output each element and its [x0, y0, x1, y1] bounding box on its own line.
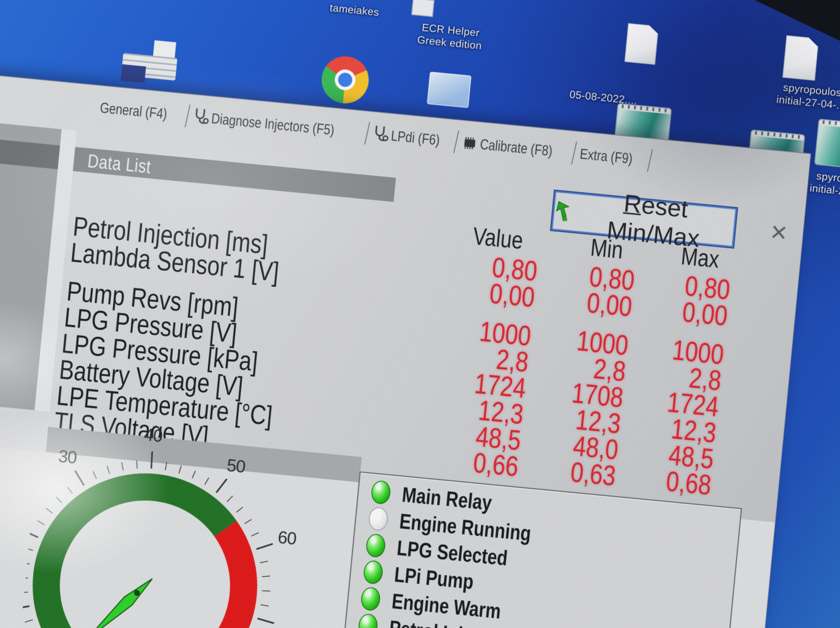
led-indicator: [363, 560, 384, 585]
tab-lpdi-label: LPdi (F6): [390, 127, 441, 148]
tab-general-label: General (F4): [99, 99, 168, 122]
stethoscope-icon: [372, 124, 390, 145]
svg-text:40: 40: [143, 425, 163, 445]
printer-icon[interactable]: [121, 38, 179, 86]
chip-icon: [461, 133, 478, 153]
row-value: 0,66: [447, 444, 520, 483]
tab-separator: [185, 105, 191, 127]
tab-calibrate[interactable]: Calibrate (F8): [461, 133, 569, 162]
row-min: 0,63: [545, 453, 617, 492]
tab-separator: [647, 149, 653, 172]
tab-general[interactable]: General (F4): [99, 99, 183, 124]
photographed-screen: tameiakes ECR Helper Greek edition 05-08…: [0, 0, 840, 628]
diagnostic-app-window: General (F4) Diagnose Injectors (F5) LPd…: [0, 71, 811, 628]
reset-label-mnemonic: R: [622, 189, 643, 219]
reset-minmax-button[interactable]: Reset Min/Max: [551, 190, 737, 247]
spyropoulos2-notepad-icon[interactable]: [814, 119, 840, 170]
pressure-gauge: 102030405060: [16, 390, 314, 628]
stethoscope-icon: [193, 107, 210, 127]
row-max: 0,68: [640, 462, 713, 501]
printer-tray: [121, 64, 146, 83]
led-indicator: [368, 507, 389, 531]
tab-calibrate-label: Calibrate (F8): [479, 136, 553, 159]
close-button[interactable]: ✕: [769, 219, 789, 246]
tab-separator: [453, 131, 459, 153]
tab-separator: [364, 122, 370, 145]
row-max: 0,00: [657, 293, 729, 332]
ecr-helper-icon[interactable]: [411, 0, 435, 17]
led-indicator: [358, 613, 379, 628]
off-screen-dark-corner: [755, 0, 840, 41]
svg-text:30: 30: [57, 446, 77, 467]
row-min: 0,00: [561, 284, 634, 323]
tab-diagnose-label: Diagnose Injectors (F5): [211, 110, 335, 139]
tab-diagnose-injectors[interactable]: Diagnose Injectors (F5): [193, 107, 362, 142]
svg-text:50: 50: [226, 455, 246, 476]
svg-text:60: 60: [277, 527, 297, 548]
led-indicator: [365, 533, 386, 558]
tab-lpdi[interactable]: LPdi (F6): [372, 124, 451, 151]
green-arrow-icon: [554, 200, 573, 223]
tab-separator: [571, 142, 577, 165]
led-indicator: [370, 480, 392, 505]
led-indicator: [360, 587, 381, 611]
row-value: 0,00: [464, 275, 536, 313]
tab-extra[interactable]: Extra (F9): [579, 145, 645, 168]
tab-extra-label: Extra (F9): [579, 145, 633, 167]
monitor-screen: tameiakes ECR Helper Greek edition 05-08…: [35, 0, 818, 628]
status-label: LPi Pump: [393, 562, 474, 594]
documents-stack-icon[interactable]: [427, 72, 471, 108]
